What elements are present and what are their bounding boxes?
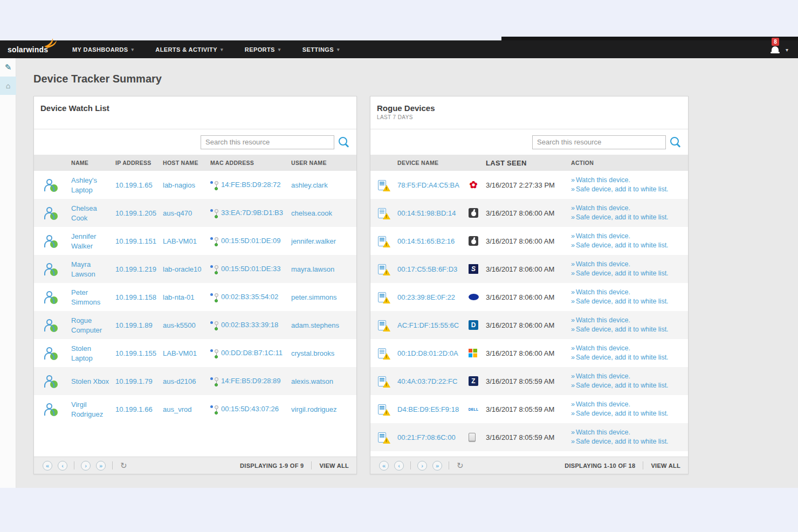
rogue-mac-link[interactable]: 00:17:C5:5B:6F:D3	[397, 265, 457, 273]
chevron-down-icon[interactable]: ▾	[786, 47, 788, 53]
nav-my-dashboards[interactable]: MY DASHBOARDS ▾	[72, 46, 134, 53]
mac-address-link[interactable]: 00:15:5D:01:DE:09	[221, 237, 281, 245]
rogue-mac-link[interactable]: 00:21:F7:08:6C:00	[397, 433, 456, 441]
device-name-link[interactable]: Virgil Rodriguez	[71, 400, 103, 418]
watch-device-link[interactable]: »Watch this device.	[571, 344, 688, 353]
search-input[interactable]	[532, 135, 666, 149]
host-name-link[interactable]: LAB-VM01	[163, 349, 197, 357]
safe-device-link[interactable]: »Safe device, add it to white list.	[571, 382, 688, 390]
search-input[interactable]	[201, 135, 334, 149]
ip-address-link[interactable]: 10.199.1.155	[115, 349, 156, 357]
edit-page-button[interactable]: ✎	[0, 58, 16, 77]
ip-address-link[interactable]: 10.199.1.79	[115, 377, 153, 385]
host-name-link[interactable]: aus-q470	[163, 209, 192, 217]
user-name-link[interactable]: ashley.clark	[291, 181, 328, 189]
watch-device-link[interactable]: »Watch this device.	[571, 429, 688, 437]
host-name-link[interactable]: aus-k5500	[163, 321, 196, 329]
mac-address-link[interactable]: 00:DD:D8:B7:1C:11	[221, 349, 283, 357]
next-page-button[interactable]: ›	[417, 461, 427, 471]
watch-device-link[interactable]: »Watch this device.	[571, 288, 688, 297]
rogue-mac-link[interactable]: 00:14:51:65:B2:16	[397, 237, 455, 245]
watch-device-link[interactable]: »Watch this device.	[571, 316, 688, 325]
rogue-mac-link[interactable]: 00:23:39:8E:0F:22	[397, 293, 455, 301]
safe-device-link[interactable]: »Safe device, add it to white list.	[571, 410, 688, 418]
host-name-link[interactable]: LAB-VM01	[163, 237, 197, 245]
last-page-button[interactable]: »	[96, 461, 106, 471]
safe-device-link[interactable]: »Safe device, add it to white list.	[571, 213, 688, 222]
safe-device-link[interactable]: »Safe device, add it to white list.	[571, 354, 688, 362]
previous-page-button[interactable]: ‹	[58, 461, 67, 471]
host-name-link[interactable]: aus-d2106	[163, 377, 196, 385]
user-name-link[interactable]: adam.stephens	[291, 321, 339, 329]
safe-device-link[interactable]: »Safe device, add it to white list.	[571, 241, 688, 250]
rogue-device-icon	[378, 348, 386, 358]
device-name-link[interactable]: Rogue Computer	[71, 316, 102, 334]
device-name-link[interactable]: Mayra Lawson	[71, 260, 95, 278]
mac-address-link[interactable]: 14:FE:B5:D9:28:72	[221, 181, 281, 189]
rogue-mac-link[interactable]: 78:F5:FD:A4:C5:BA	[397, 181, 459, 189]
host-name-link[interactable]: lab-nta-01	[163, 293, 195, 301]
watch-device-link[interactable]: »Watch this device.	[571, 372, 688, 381]
host-name-link[interactable]: aus_vrod	[163, 405, 191, 413]
device-name-link[interactable]: Jennifer Walker	[71, 232, 96, 250]
mac-address-link[interactable]: 00:02:B3:35:54:02	[221, 293, 278, 301]
watch-device-link[interactable]: »Watch this device.	[571, 400, 688, 409]
device-name-link[interactable]: Ashley's Laptop	[71, 176, 97, 194]
search-icon[interactable]	[670, 136, 682, 148]
host-name-link[interactable]: lab-oracle10	[163, 265, 202, 273]
watch-device-link[interactable]: »Watch this device.	[571, 260, 688, 269]
safe-device-link[interactable]: »Safe device, add it to white list.	[571, 270, 688, 278]
user-name-link[interactable]: peter.simmons	[291, 293, 337, 301]
watch-device-link[interactable]: »Watch this device.	[571, 204, 688, 213]
search-icon[interactable]	[338, 136, 350, 148]
view-all-button[interactable]: VIEW ALL	[651, 462, 680, 469]
ip-address-link[interactable]: 10.199.1.219	[115, 265, 156, 273]
device-name-link[interactable]: Stolen Laptop	[71, 344, 93, 362]
mac-address-link[interactable]: 14:FE:B5:D9:28:89	[221, 377, 281, 385]
watch-device-link[interactable]: »Watch this device.	[571, 176, 688, 185]
nav-alerts-activity[interactable]: ALERTS & ACTIVITY ▾	[155, 46, 223, 53]
solarwinds-logo[interactable]: solarwinds	[8, 45, 59, 54]
device-name-link[interactable]: Stolen Xbox	[71, 377, 109, 385]
ip-address-link[interactable]: 10.199.1.66	[115, 405, 153, 413]
device-name-link[interactable]: Chelsea Cook	[71, 204, 97, 222]
mac-address-link[interactable]: 00:15:5D:43:07:26	[221, 405, 279, 413]
rogue-mac-link[interactable]: D4:BE:D9:E5:F9:18	[397, 405, 459, 413]
next-page-button[interactable]: ›	[81, 461, 91, 471]
device-name-link[interactable]: Peter Simmons	[71, 288, 100, 306]
safe-device-link[interactable]: »Safe device, add it to white list.	[571, 298, 688, 306]
ip-address-link[interactable]: 10.199.1.65	[115, 181, 153, 189]
user-name-link[interactable]: chelsea.cook	[291, 209, 332, 217]
rogue-mac-link[interactable]: AC:F1:DF:15:55:6C	[397, 321, 459, 329]
last-page-button[interactable]: »	[432, 461, 442, 471]
mac-address-link[interactable]: 00:02:B3:33:39:18	[221, 321, 278, 329]
user-name-link[interactable]: jennifer.walker	[291, 237, 336, 245]
first-page-button[interactable]: «	[379, 461, 389, 471]
view-all-button[interactable]: VIEW ALL	[319, 462, 349, 469]
safe-device-link[interactable]: »Safe device, add it to white list.	[571, 185, 688, 194]
rogue-mac-link[interactable]: 00:1D:D8:01:2D:0A	[397, 349, 458, 357]
user-name-link[interactable]: crystal.brooks	[291, 349, 334, 357]
nav-settings[interactable]: SETTINGS ▾	[302, 46, 340, 53]
host-name-link[interactable]: lab-nagios	[163, 181, 195, 189]
home-button[interactable]: ⌂	[0, 77, 16, 95]
mac-address-link[interactable]: 33:EA:7D:9B:D1:B3	[221, 209, 283, 217]
previous-page-button[interactable]: ‹	[394, 461, 404, 471]
first-page-button[interactable]: «	[43, 461, 52, 471]
user-name-link[interactable]: virgil.rodriguez	[291, 405, 337, 413]
user-name-link[interactable]: alexis.watson	[291, 377, 333, 385]
refresh-icon[interactable]: ↻	[457, 461, 464, 471]
rogue-mac-link[interactable]: 40:4A:03:7D:22:FC	[397, 377, 457, 385]
nav-reports[interactable]: REPORTS ▾	[245, 46, 281, 53]
refresh-icon[interactable]: ↻	[120, 461, 127, 471]
user-name-link[interactable]: mayra.lawson	[291, 265, 334, 273]
safe-device-link[interactable]: »Safe device, add it to white list.	[571, 326, 688, 334]
ip-address-link[interactable]: 10.199.1.158	[115, 293, 156, 301]
safe-device-link[interactable]: »Safe device, add it to white list.	[571, 438, 688, 446]
mac-address-link[interactable]: 00:15:5D:01:DE:33	[221, 265, 281, 273]
ip-address-link[interactable]: 10.199.1.89	[115, 321, 153, 329]
rogue-mac-link[interactable]: 00:14:51:98:BD:14	[397, 209, 456, 217]
watch-device-link[interactable]: »Watch this device.	[571, 232, 688, 241]
ip-address-link[interactable]: 10.199.1.151	[115, 237, 156, 245]
ip-address-link[interactable]: 10.199.1.205	[115, 209, 156, 217]
